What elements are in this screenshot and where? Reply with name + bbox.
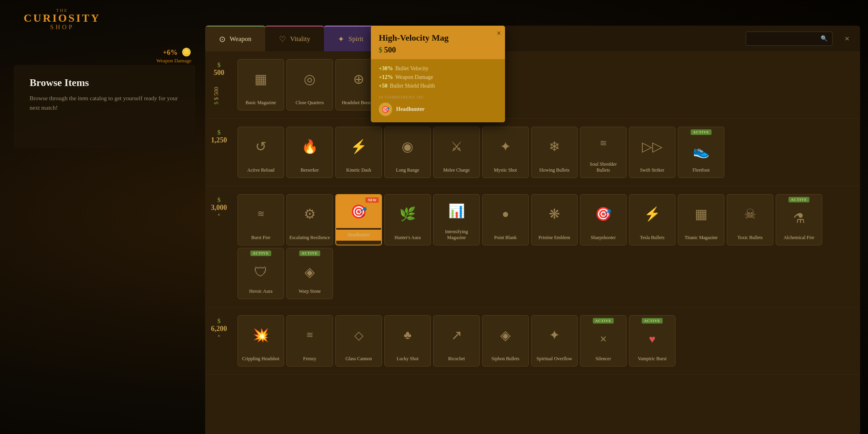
item-escalating-resilience[interactable]: ⚙ Escalating Resilience: [286, 194, 333, 245]
item-hunters-aura[interactable]: 🌿 Hunter's Aura: [384, 194, 431, 245]
tab-weapon[interactable]: ⊙ Weapon: [205, 26, 265, 51]
tooltip-close-button[interactable]: ×: [497, 29, 501, 38]
tier-plus-3000: +: [218, 212, 221, 218]
items-area[interactable]: $ 500 ▦ Basic Magazine ◎ Close Quarters …: [205, 51, 860, 434]
item-siphon-bullets[interactable]: ◈ Siphon Bullets: [482, 315, 529, 367]
heroic-aura-name: Heroic Aura: [247, 288, 275, 295]
currency-badge: +6% 🪙 Weapon Damage: [156, 47, 191, 64]
heroic-aura-icon: 🛡: [254, 257, 268, 287]
item-pristine-emblem[interactable]: ❋ Pristine Emblem: [531, 194, 578, 245]
hunters-aura-name: Hunter's Aura: [392, 235, 423, 241]
search-bar[interactable]: 🔍: [746, 32, 832, 46]
tier-dollar-1250: $: [217, 129, 221, 136]
spiritual-overflow-name: Spiritual Overflow: [534, 356, 574, 362]
currency-amount: +6%: [163, 49, 178, 56]
item-long-range[interactable]: ◉ Long Range: [384, 127, 431, 178]
browse-description: Browse through the item catalog to get y…: [30, 94, 180, 112]
warp-stone-active-badge: ACTIVE: [299, 251, 320, 256]
component-icon: 🎯: [379, 103, 392, 116]
tier-label-1250: $ 1,250: [205, 123, 233, 144]
toxic-bullets-icon: ☠: [744, 195, 756, 233]
lucky-shot-name: Lucky Shot: [394, 356, 421, 362]
tab-spirit[interactable]: ✦ Spirit: [324, 26, 377, 51]
item-soul-shredder[interactable]: ≋ Soul Shredder Bullets: [580, 127, 627, 178]
close-button[interactable]: ×: [837, 29, 857, 49]
item-frenzy[interactable]: ≋ Frenzy: [286, 315, 333, 367]
tooltip-stat-1: +30% Bullet Velocity: [379, 65, 497, 72]
mystic-shot-name: Mystic Shot: [492, 167, 519, 174]
pristine-emblem-name: Pristine Emblem: [536, 235, 572, 241]
item-crippling-headshot[interactable]: 💥 Crippling Headshot: [238, 315, 284, 367]
vampiric-burst-name: Vampiric Burst: [636, 356, 669, 362]
item-warp-stone[interactable]: ACTIVE ◈ Warp Stone: [286, 248, 333, 299]
close-quarters-icon: ◎: [304, 60, 316, 98]
titanic-magazine-icon: ▦: [695, 195, 707, 233]
intensifying-magazine-name: Intensifying Magazine: [434, 229, 479, 241]
tooltip-stat-3: +50 Bullet Shield Health: [379, 83, 497, 89]
berserker-name: Berserker: [298, 167, 322, 174]
item-basic-magazine[interactable]: ▦ Basic Magazine: [238, 59, 284, 110]
tier-label-500: $ 500: [205, 56, 233, 77]
stat2-name: Weapon Damage: [395, 74, 433, 80]
item-titanic-magazine[interactable]: ▦ Titanic Magazine: [678, 194, 724, 245]
siphon-bullets-icon: ◈: [500, 316, 511, 354]
glass-cannon-name: Glass Cannon: [343, 356, 374, 362]
item-spiritual-overflow[interactable]: ✦ Spiritual Overflow: [531, 315, 578, 367]
tooltip-price: $ 500: [379, 45, 497, 54]
item-swift-striker[interactable]: ▷▷ Swift Striker: [629, 127, 675, 178]
item-point-blank[interactable]: ● Point Blank: [482, 194, 529, 245]
tier-price-500: 500: [214, 69, 224, 77]
titanic-magazine-name: Titanic Magazine: [682, 235, 720, 241]
shop-content: $ 500 ▦ Basic Magazine ◎ Close Quarters …: [205, 51, 860, 434]
berserker-icon: 🔥: [301, 127, 318, 166]
item-slowing-bullets[interactable]: ❄ Slowing Bullets: [531, 127, 578, 178]
close-quarters-name: Close Quarters: [293, 100, 326, 106]
item-burst-fire[interactable]: ≋ Burst Fire: [238, 194, 284, 245]
stat3-plus: +50: [379, 83, 387, 89]
item-ricochet[interactable]: ↗ Ricochet: [433, 315, 480, 367]
item-headhunter[interactable]: NEW 🎯 Headhunter: [335, 194, 382, 245]
warp-stone-name: Warp Stone: [296, 288, 323, 295]
stat1-name: Bullet Velocity: [395, 65, 428, 72]
item-berserker[interactable]: 🔥 Berserker: [286, 127, 333, 178]
item-vampiric-burst[interactable]: ACTIVE ♥ Vampiric Burst: [629, 315, 675, 367]
item-glass-cannon[interactable]: ◇ Glass Cannon: [335, 315, 382, 367]
crippling-headshot-icon: 💥: [253, 316, 269, 354]
silencer-active-badge: ACTIVE: [593, 318, 614, 324]
search-icon: 🔍: [821, 35, 827, 42]
item-close-quarters[interactable]: ◎ Close Quarters: [286, 59, 333, 110]
tier-price-1250: 1,250: [211, 136, 227, 144]
stat1-plus: +30%: [379, 65, 393, 72]
item-intensifying-magazine[interactable]: 📊 Intensifying Magazine: [433, 194, 480, 245]
coin-icon: 🪙: [181, 48, 191, 56]
item-sharpshooter[interactable]: 🎯 Sharpshooter: [580, 194, 627, 245]
item-melee-charge[interactable]: ⚔ Melee Charge: [433, 127, 480, 178]
crippling-headshot-name: Crippling Headshot: [240, 356, 282, 362]
siphon-bullets-name: Siphon Bullets: [489, 356, 522, 362]
stat2-plus: +12%: [379, 74, 393, 80]
tab-vitality[interactable]: ♡ Vitality: [265, 26, 324, 51]
item-silencer[interactable]: ACTIVE ✕ Silencer: [580, 315, 627, 367]
item-heroic-aura[interactable]: ACTIVE 🛡 Heroic Aura: [238, 248, 284, 299]
fleetfoot-name: Fleetfoot: [690, 167, 712, 174]
item-toxic-bullets[interactable]: ☠ Toxic Bullets: [727, 194, 773, 245]
vampiric-burst-icon: ♥: [649, 324, 656, 354]
item-fleetfoot[interactable]: ACTIVE 👟 Fleetfoot: [678, 127, 724, 178]
item-tesla-bullets[interactable]: ⚡ Tesla Bullets: [629, 194, 675, 245]
slowing-bullets-icon: ❄: [549, 127, 560, 166]
tesla-bullets-name: Tesla Bullets: [638, 235, 667, 241]
tooltip-title: High-Velocity Mag: [379, 33, 497, 43]
item-mystic-shot[interactable]: ✦ Mystic Shot: [482, 127, 529, 178]
tier-price-3000: 3,000: [211, 204, 227, 212]
active-reload-icon: ↺: [255, 127, 266, 166]
escalating-resilience-icon: ⚙: [304, 195, 316, 233]
item-alchemical-fire[interactable]: ACTIVE ⚗ Alchemical Fire: [776, 194, 822, 245]
silencer-icon: ✕: [600, 324, 607, 354]
basic-magazine-name: Basic Magazine: [243, 100, 279, 106]
sharpshooter-name: Sharpshooter: [588, 235, 618, 241]
item-kinetic-dash[interactable]: ⚡ Kinetic Dash: [335, 127, 382, 178]
item-active-reload[interactable]: ↺ Active Reload: [238, 127, 284, 178]
tooltip-stat-2: +12% Weapon Damage: [379, 74, 497, 80]
item-lucky-shot[interactable]: ♣ Lucky Shot: [384, 315, 431, 367]
tier-grid-6200: 💥 Crippling Headshot ≋ Frenzy ◇ Glass Ca…: [233, 312, 860, 370]
